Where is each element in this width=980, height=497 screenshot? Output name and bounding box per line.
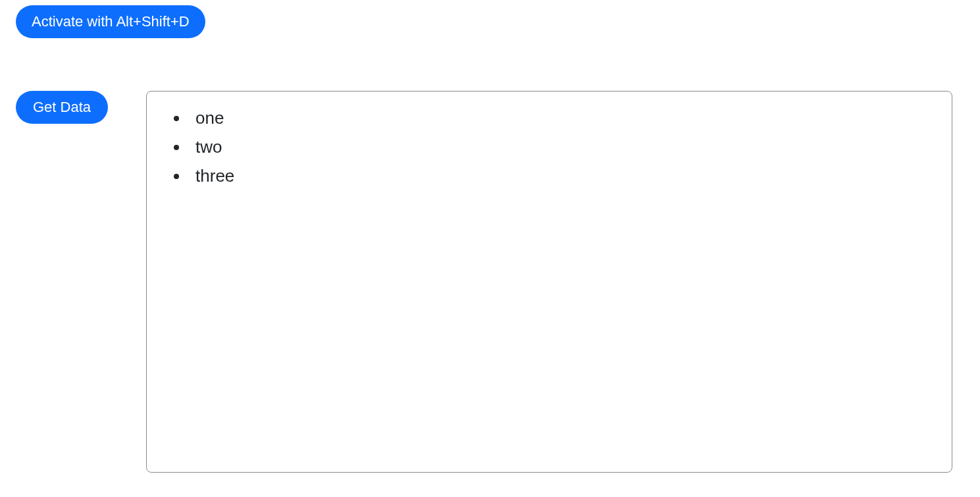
results-list: one two three <box>167 103 932 191</box>
activate-button[interactable]: Activate with Alt+Shift+D <box>16 5 205 38</box>
get-data-wrap: Get Data <box>16 91 108 124</box>
results-panel: one two three <box>146 91 952 473</box>
list-item: two <box>189 132 932 161</box>
top-button-row: Activate with Alt+Shift+D <box>16 5 964 38</box>
main-row: Get Data one two three <box>16 91 964 473</box>
list-item: one <box>189 103 932 132</box>
get-data-button[interactable]: Get Data <box>16 91 108 124</box>
list-item: three <box>189 161 932 190</box>
